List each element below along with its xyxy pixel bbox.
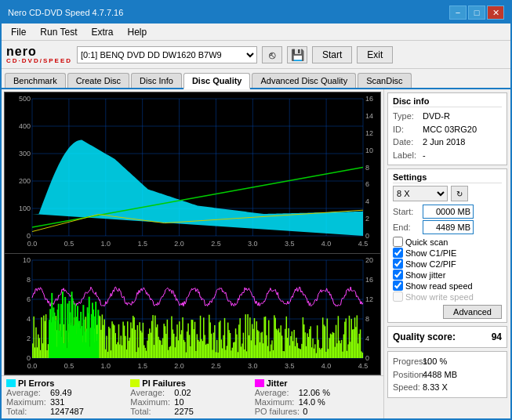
lower-chart xyxy=(5,253,380,375)
jitter-color xyxy=(255,379,264,387)
tab-disc-info[interactable]: Disc Info xyxy=(131,73,182,88)
legend-pi-errors: PI Errors Average:69.49 Maximum:331 Tota… xyxy=(6,378,130,416)
eject-button[interactable]: ⎋ xyxy=(262,46,282,63)
show-write-speed-row: Show write speed xyxy=(393,291,502,302)
show-jitter-check[interactable] xyxy=(393,270,403,280)
show-read-speed-check[interactable] xyxy=(393,281,403,291)
tab-benchmark[interactable]: Benchmark xyxy=(5,73,66,88)
progress-row: Progress: 100 % xyxy=(393,355,502,368)
start-input[interactable] xyxy=(423,205,474,219)
quick-scan-check[interactable] xyxy=(393,237,403,247)
show-c1-check[interactable] xyxy=(393,248,403,258)
show-c2-row: Show C2/PIF xyxy=(393,259,502,269)
app-title: Nero CD-DVD Speed 4.7.7.16 xyxy=(8,8,123,17)
advanced-button[interactable]: Advanced xyxy=(443,305,502,319)
pi-errors-color xyxy=(6,379,16,387)
tab-scan-disc[interactable]: ScanDisc xyxy=(358,73,411,88)
menu-file[interactable]: File xyxy=(5,25,32,39)
settings-title: Settings xyxy=(393,172,502,183)
pi-errors-title: PI Errors xyxy=(6,378,130,388)
speed-select[interactable]: 8 X xyxy=(393,186,448,201)
jitter-data: Average:12.06 % Maximum:14.0 % PO failur… xyxy=(255,388,379,416)
settings-box: Settings 8 X ↻ Start: End: xyxy=(387,168,507,323)
nero-logo-text: nero xyxy=(6,45,37,58)
minimize-button[interactable]: − xyxy=(449,5,467,20)
nero-logo: nero CD·DVD/SPEED xyxy=(6,45,72,64)
drive-select[interactable]: [0:1] BENQ DVD DD DW1620 B7W9 xyxy=(77,46,257,63)
pi-failures-color xyxy=(130,379,140,387)
title-bar: Nero CD-DVD Speed 4.7.7.16 − □ ✕ xyxy=(2,2,510,24)
pi-failures-title: PI Failures xyxy=(130,378,254,388)
quick-scan-row: Quick scan xyxy=(393,237,502,247)
position-row: Position: 4488 MB xyxy=(393,368,502,382)
title-bar-controls: − □ ✕ xyxy=(449,5,504,20)
disc-date-row: Date: 2 Jun 2018 xyxy=(393,136,502,149)
upper-chart xyxy=(5,92,380,253)
menu-run-test[interactable]: Run Test xyxy=(34,25,83,39)
legend-jitter: Jitter Average:12.06 % Maximum:14.0 % PO… xyxy=(255,378,379,416)
quality-box: Quality score: 94 xyxy=(387,326,507,348)
close-button[interactable]: ✕ xyxy=(487,5,504,20)
legend-strip: PI Errors Average:69.49 Maximum:331 Tota… xyxy=(2,375,383,418)
pi-errors-data: Average:69.49 Maximum:331 Total:1247487 xyxy=(6,388,130,416)
disc-label-row: Label: - xyxy=(393,149,502,162)
tab-advanced-disc-quality[interactable]: Advanced Disc Quality xyxy=(252,73,356,88)
progress-box: Progress: 100 % Position: 4488 MB Speed:… xyxy=(387,351,507,398)
show-read-speed-row: Show read speed xyxy=(393,281,502,291)
disc-info-box: Disc info Type: DVD-R ID: MCC 03RG20 Dat… xyxy=(387,92,507,165)
end-input[interactable] xyxy=(423,220,474,234)
start-field-row: Start: xyxy=(393,205,502,219)
upper-chart-canvas xyxy=(5,92,380,253)
maximize-button[interactable]: □ xyxy=(468,5,485,20)
charts-container xyxy=(4,92,381,375)
menu-bar: File Run Test Extra Help xyxy=(2,24,510,41)
start-button[interactable]: Start xyxy=(312,46,352,63)
show-c1-row: Show C1/PIE xyxy=(393,248,502,258)
tab-create-disc[interactable]: Create Disc xyxy=(67,73,129,88)
right-panel: Disc info Type: DVD-R ID: MCC 03RG20 Dat… xyxy=(383,89,510,418)
refresh-button[interactable]: ↻ xyxy=(451,186,468,201)
menu-help[interactable]: Help xyxy=(122,25,154,39)
menu-extra[interactable]: Extra xyxy=(85,25,119,39)
legend-row: PI Errors Average:69.49 Maximum:331 Tota… xyxy=(6,378,379,416)
lower-chart-canvas xyxy=(5,254,380,375)
disc-id-row: ID: MCC 03RG20 xyxy=(393,123,502,136)
tab-disc-quality[interactable]: Disc Quality xyxy=(183,73,251,89)
charts-section: PI Errors Average:69.49 Maximum:331 Tota… xyxy=(2,89,383,418)
save-button[interactable]: 💾 xyxy=(287,46,307,63)
exit-button[interactable]: Exit xyxy=(357,46,393,63)
nero-logo-sub: CD·DVD/SPEED xyxy=(6,58,72,64)
main-content: PI Errors Average:69.49 Maximum:331 Tota… xyxy=(2,89,510,418)
end-field-row: End: xyxy=(393,220,502,234)
disc-type-row: Type: DVD-R xyxy=(393,110,502,123)
pi-failures-data: Average:0.02 Maximum:10 Total:2275 xyxy=(130,388,254,416)
toolbar: nero CD·DVD/SPEED [0:1] BENQ DVD DD DW16… xyxy=(2,41,510,69)
show-write-speed-check xyxy=(393,291,403,302)
show-c2-check[interactable] xyxy=(393,259,403,269)
jitter-title: Jitter xyxy=(255,378,379,388)
show-jitter-row: Show jitter xyxy=(393,270,502,280)
tabs: Benchmark Create Disc Disc Info Disc Qua… xyxy=(2,69,510,89)
legend-pi-failures: PI Failures Average:0.02 Maximum:10 Tota… xyxy=(130,378,254,416)
quality-score-row: Quality score: 94 xyxy=(393,330,502,344)
speed-row: Speed: 8.33 X xyxy=(393,381,502,394)
disc-info-title: Disc info xyxy=(393,96,502,107)
